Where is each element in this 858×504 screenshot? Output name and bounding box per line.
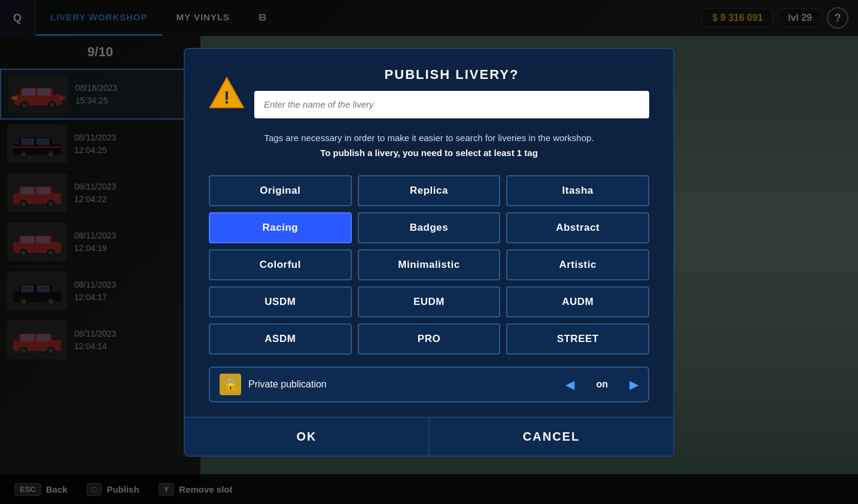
- private-publication-label: Private publication: [248, 379, 558, 390]
- tag-abstract[interactable]: Abstract: [506, 212, 649, 243]
- tag-asdm[interactable]: ASDM: [209, 323, 352, 355]
- cancel-button[interactable]: CANCEL: [428, 417, 673, 456]
- private-publication-row: 🔒 Private publication ◀ on ▶: [209, 366, 649, 402]
- livery-name-input[interactable]: [254, 91, 649, 118]
- dialog-title: PUBLISH LIVERY?: [254, 67, 649, 83]
- tag-usdm[interactable]: USDM: [209, 286, 352, 317]
- tag-audm[interactable]: AUDM: [506, 286, 649, 317]
- modal-overlay: ! PUBLISH LIVERY? Tags are necessary in …: [0, 0, 858, 504]
- tag-badges[interactable]: Badges: [358, 212, 501, 243]
- warning-icon: !: [209, 75, 245, 111]
- dialog-buttons: OK CANCEL: [185, 417, 673, 456]
- dialog-title-area: PUBLISH LIVERY?: [254, 67, 649, 118]
- toggle-value: on: [582, 379, 622, 390]
- tag-minimalistic[interactable]: Minimalistic: [358, 249, 501, 280]
- toggle-left-arrow[interactable]: ◀: [565, 377, 574, 392]
- publish-dialog: ! PUBLISH LIVERY? Tags are necessary in …: [184, 48, 674, 457]
- tag-pro[interactable]: PRO: [358, 323, 501, 355]
- dialog-header: ! PUBLISH LIVERY?: [209, 67, 649, 118]
- tag-street[interactable]: STREET: [506, 323, 649, 355]
- dialog-description: Tags are necessary in order to make it e…: [209, 130, 649, 161]
- tag-original[interactable]: Original: [209, 175, 352, 206]
- description-line1: Tags are necessary in order to make it e…: [264, 133, 594, 143]
- tags-grid: Original Replica Itasha Racing Badges Ab…: [209, 175, 649, 355]
- tag-eudm[interactable]: EUDM: [358, 286, 501, 317]
- tag-itasha[interactable]: Itasha: [506, 175, 649, 206]
- lock-icon: 🔒: [220, 374, 241, 395]
- ok-button[interactable]: OK: [185, 417, 428, 456]
- toggle-right-arrow[interactable]: ▶: [629, 377, 638, 392]
- tag-replica[interactable]: Replica: [358, 175, 501, 206]
- svg-text:!: !: [224, 87, 230, 107]
- description-line2: To publish a livery, you need to select …: [320, 148, 538, 158]
- tag-artistic[interactable]: Artistic: [506, 249, 649, 280]
- tag-colorful[interactable]: Colorful: [209, 249, 352, 280]
- tag-racing[interactable]: Racing: [209, 212, 352, 243]
